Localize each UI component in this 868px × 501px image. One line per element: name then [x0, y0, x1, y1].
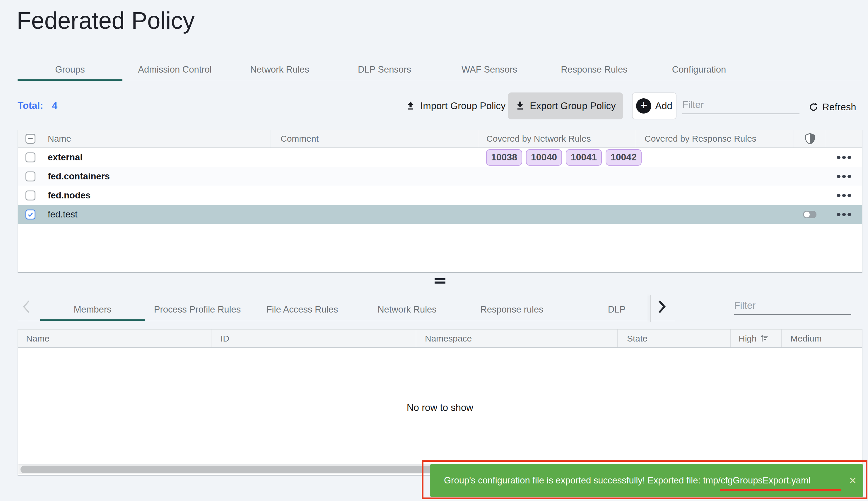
plus-icon: +: [636, 98, 651, 114]
protection-cell: [794, 167, 826, 186]
tabs-scroll-right-button[interactable]: [656, 300, 668, 315]
groups-table-header: Name Comment Covered by Network Rules Co…: [18, 130, 862, 148]
row-menu-icon[interactable]: [836, 172, 852, 181]
members-filter-input[interactable]: [734, 297, 851, 315]
tab-members[interactable]: Members: [40, 296, 145, 321]
network-rules-cell: [478, 167, 636, 186]
tab-configuration[interactable]: Configuration: [647, 56, 751, 81]
groups-table: Name Comment Covered by Network Rules Co…: [18, 130, 862, 273]
refresh-label: Refresh: [822, 102, 856, 113]
column-header-medium[interactable]: Medium: [781, 330, 862, 348]
protection-toggle-off[interactable]: [803, 211, 816, 218]
response-rules-cell: [636, 186, 794, 205]
sort-ascending-icon: [760, 334, 768, 343]
group-name: fed.containers: [48, 171, 110, 182]
tab-detail-network-rules[interactable]: Network Rules: [355, 296, 459, 321]
add-label: Add: [655, 100, 672, 111]
rule-badge[interactable]: 10040: [526, 149, 562, 166]
column-header-response-rules[interactable]: Covered by Response Rules: [636, 130, 794, 148]
high-label: High: [739, 334, 757, 343]
success-toast: Group's configuration file is exported s…: [430, 464, 863, 497]
detail-tab-bar: Members Process Profile Rules File Acces…: [40, 296, 650, 321]
row-menu-icon[interactable]: [836, 153, 852, 162]
column-header-namespace[interactable]: Namespace: [416, 330, 617, 348]
column-header-protection[interactable]: [794, 130, 826, 148]
tab-network-rules[interactable]: Network Rules: [227, 56, 332, 81]
network-rule-badges: 10038 10040 10041 10042: [486, 149, 642, 166]
checkbox-cell: [18, 148, 41, 167]
row-checkbox[interactable]: [25, 152, 35, 162]
tab-file-access-rules[interactable]: File Access Rules: [250, 296, 355, 321]
members-table: Name ID Namespace State High Medium No r…: [18, 329, 862, 476]
tab-groups[interactable]: Groups: [18, 56, 123, 81]
table-row-fed-test[interactable]: fed.test: [18, 205, 862, 224]
protection-cell: [794, 148, 826, 167]
tab-response-rules-detail[interactable]: Response rules: [459, 296, 564, 321]
response-rules-cell: [636, 167, 794, 186]
table-row-fed-nodes[interactable]: fed.nodes: [18, 186, 862, 205]
group-name: fed.test: [48, 209, 77, 220]
response-rules-cell: [636, 205, 794, 224]
rule-badge[interactable]: 10038: [486, 149, 522, 166]
group-name: fed.nodes: [48, 190, 91, 201]
shield-icon: [805, 133, 815, 145]
row-checkbox[interactable]: [25, 191, 35, 201]
group-name: external: [48, 152, 83, 163]
row-menu-icon[interactable]: [836, 210, 852, 219]
comment-cell: [271, 186, 478, 205]
row-checkbox-checked[interactable]: [25, 210, 35, 220]
panel-resize-handle[interactable]: [435, 278, 446, 285]
checkbox-cell: [18, 205, 41, 224]
tab-process-profile-rules[interactable]: Process Profile Rules: [145, 296, 250, 321]
detail-tab-bar-divider: [18, 321, 675, 321]
checkbox-cell: [18, 186, 41, 205]
checkbox-cell: [18, 167, 41, 186]
table-row-external[interactable]: external 10038 10040 10041 10042: [18, 148, 862, 167]
row-checkbox[interactable]: [25, 171, 35, 181]
resize-bar: [435, 281, 446, 284]
tab-admission-control[interactable]: Admission Control: [123, 56, 227, 81]
add-button[interactable]: + Add: [632, 93, 677, 119]
rule-badge[interactable]: 10041: [566, 149, 602, 166]
indeterminate-mark: [28, 138, 33, 139]
export-group-policy-label: Export Group Policy: [530, 100, 616, 111]
column-header-high[interactable]: High: [730, 330, 781, 348]
import-group-policy-button[interactable]: Import Group Policy: [406, 97, 506, 115]
response-rules-cell: [636, 148, 794, 167]
select-all-checkbox[interactable]: [25, 134, 35, 144]
column-header-comment[interactable]: Comment: [271, 130, 478, 148]
resize-bar: [435, 278, 446, 280]
download-icon: [515, 101, 525, 111]
tab-response-rules[interactable]: Response Rules: [542, 56, 647, 81]
tabs-scroll-left-button[interactable]: [21, 300, 32, 315]
column-header-id[interactable]: ID: [211, 330, 416, 348]
import-group-policy-label: Import Group Policy: [420, 100, 506, 111]
column-header-network-rules[interactable]: Covered by Network Rules: [478, 130, 636, 148]
groups-filter-input[interactable]: [682, 96, 799, 114]
table-row-fed-containers[interactable]: fed.containers: [18, 167, 862, 186]
members-table-header: Name ID Namespace State High Medium: [18, 330, 862, 348]
refresh-button[interactable]: Refresh: [808, 98, 856, 116]
tab-dlp-sensors[interactable]: DLP Sensors: [332, 56, 437, 81]
total-label: Total:: [18, 100, 43, 111]
toast-message: Group's configuration file is exported s…: [444, 475, 811, 486]
network-rules-cell: 10038 10040 10041 10042: [478, 148, 636, 167]
refresh-icon: [808, 102, 819, 113]
tab-waf-sensors[interactable]: WAF Sensors: [437, 56, 542, 81]
empty-table-message: No row to show: [18, 402, 862, 413]
column-header-actions: [826, 130, 862, 148]
row-menu-icon[interactable]: [836, 191, 852, 200]
comment-cell: [271, 148, 478, 167]
page-title: Federated Policy: [17, 7, 195, 34]
members-filter: [734, 297, 851, 315]
export-group-policy-button[interactable]: Export Group Policy: [508, 93, 623, 119]
column-header-name[interactable]: Name: [41, 130, 271, 148]
network-rules-cell: [478, 186, 636, 205]
network-rules-cell: [478, 205, 636, 224]
tab-strip-edge: [650, 295, 651, 322]
column-header-member-name[interactable]: Name: [18, 330, 211, 348]
upload-icon: [406, 101, 416, 111]
toast-close-button[interactable]: ×: [849, 475, 856, 487]
column-header-state[interactable]: State: [617, 330, 730, 348]
tab-dlp[interactable]: DLP: [564, 296, 650, 321]
